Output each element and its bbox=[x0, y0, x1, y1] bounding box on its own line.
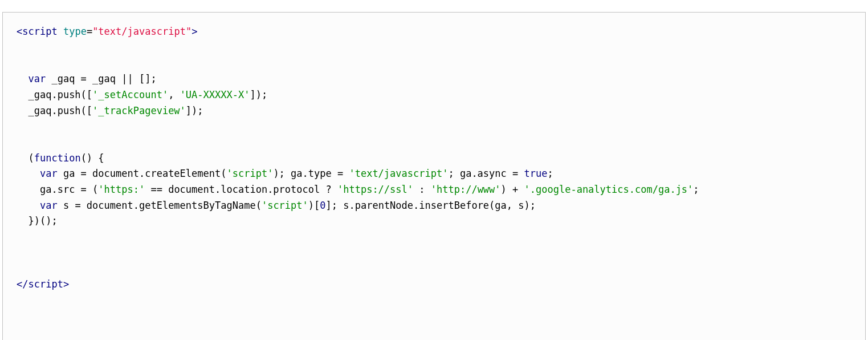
open-tag-name: script bbox=[22, 26, 57, 37]
str-script-1: 'script' bbox=[226, 168, 273, 179]
push1-post: ]); bbox=[250, 89, 267, 100]
src-eq: == document.location.protocol ? bbox=[145, 184, 337, 195]
src-pre: ga.src = ( bbox=[17, 184, 98, 195]
close-tag-gt: > bbox=[63, 278, 69, 290]
s-idx-post: ]; s.parentNode.insertBefore(ga, s); bbox=[326, 200, 536, 211]
push1-pre: _gaq.push([ bbox=[17, 89, 92, 100]
close-tag-lt: </ bbox=[17, 278, 28, 290]
iife-head: () { bbox=[81, 152, 104, 164]
function-kw: function bbox=[34, 152, 81, 164]
gaq-decl: _gaq = _gaq || []; bbox=[46, 73, 156, 84]
var-kw-2: var bbox=[40, 168, 58, 179]
close-tag-name: script bbox=[28, 278, 63, 290]
eq: = bbox=[87, 26, 92, 37]
str-gaurl: '.google-analytics.com/ga.js' bbox=[524, 184, 694, 195]
str-textjs: 'text/javascript' bbox=[349, 168, 448, 179]
open-tag-lt: < bbox=[17, 26, 22, 37]
code-block: <script type="text/javascript"> var _gaq… bbox=[2, 12, 866, 340]
var-kw-3: var bbox=[40, 200, 58, 211]
str-setaccount: '_setAccount' bbox=[92, 89, 168, 100]
push2-post: ]); bbox=[186, 105, 203, 116]
str-www: 'http://www' bbox=[431, 184, 501, 195]
src-plus: ) + bbox=[501, 184, 524, 195]
str-ua: 'UA-XXXXX-X' bbox=[180, 89, 250, 100]
ga-type-pre: ); ga.type = bbox=[273, 168, 349, 179]
open-tag-gt: > bbox=[191, 26, 197, 37]
bool-true: true bbox=[524, 168, 548, 179]
s-decl-post: s = document.getElementsByTagName( bbox=[58, 200, 262, 211]
push1-mid: , bbox=[168, 89, 180, 100]
var-kw-1: var bbox=[28, 73, 46, 84]
src-colon: : bbox=[413, 184, 431, 195]
semi-2: ; bbox=[693, 184, 699, 195]
ga-decl-post: ga = document.createElement( bbox=[58, 168, 227, 179]
attr-type-name: type bbox=[63, 26, 87, 37]
str-script-2: 'script' bbox=[262, 200, 308, 211]
str-https: 'https:' bbox=[98, 184, 145, 195]
iife-close: })(); bbox=[17, 215, 58, 226]
s-idx-pre: )[ bbox=[308, 200, 320, 211]
semi-1: ; bbox=[547, 168, 553, 179]
attr-type-val: "text/javascript" bbox=[92, 26, 191, 37]
push2-pre: _gaq.push([ bbox=[17, 105, 92, 116]
iife-open: ( bbox=[17, 152, 34, 164]
str-trackpageview: '_trackPageview' bbox=[92, 105, 186, 116]
num-zero: 0 bbox=[320, 200, 325, 211]
str-ssl: 'https://ssl' bbox=[337, 184, 413, 195]
ga-async-pre: ; ga.async = bbox=[448, 168, 524, 179]
